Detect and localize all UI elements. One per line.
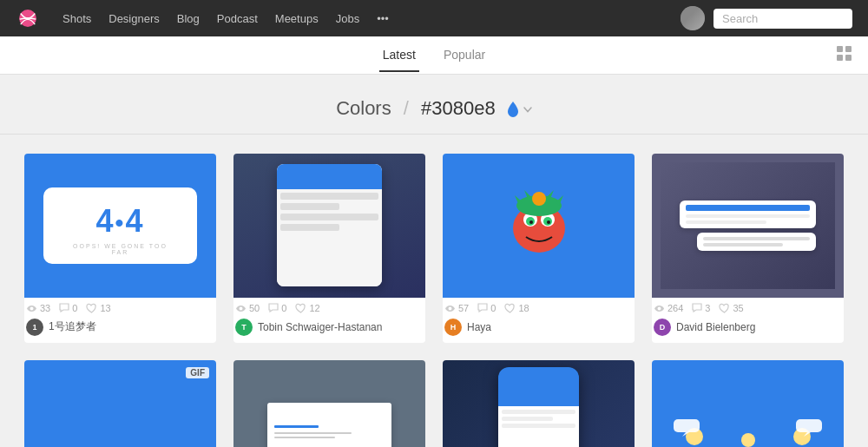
svg-point-11: [547, 220, 550, 224]
shot-thumb-inner: 4•4 OOPS! WE GONE TOO FAR: [24, 154, 216, 298]
chevron-down-icon: [523, 107, 532, 113]
shot-thumbnail[interactable]: [652, 154, 844, 298]
shot-thumbnail[interactable]: 4•4 OOPS! WE GONE TOO FAR: [24, 154, 216, 298]
view-count: 264: [654, 303, 683, 313]
shot-card[interactable]: 57 0 13 A Author 8: [652, 360, 844, 447]
comment-count: 0: [268, 303, 286, 313]
shot-stats: 57 0 18: [443, 298, 635, 315]
like-count: 18: [504, 303, 529, 313]
gif-badge: GIF: [186, 367, 209, 378]
author-avatar[interactable]: T: [235, 319, 253, 336]
comment-count: 3: [692, 303, 710, 313]
like-count: 13: [86, 303, 110, 313]
comment-count: 0: [59, 303, 77, 313]
svg-rect-4: [845, 55, 852, 61]
svg-rect-2: [845, 46, 852, 52]
author-avatar[interactable]: H: [444, 319, 462, 336]
color-hex-value: #3080e8: [421, 97, 496, 119]
color-swatch-button[interactable]: [506, 100, 532, 119]
author-name[interactable]: Tobin Schwaiger-Hastanan: [258, 321, 382, 333]
shot-thumb-inner: [233, 154, 425, 298]
view-count: 50: [235, 303, 260, 313]
nav-link-jobs[interactable]: Jobs: [329, 9, 366, 29]
shot-thumbnail[interactable]: [652, 360, 844, 447]
nav-link-podcast[interactable]: Podcast: [210, 9, 265, 29]
page-header: Colors / #3080e8: [0, 75, 868, 134]
view-count: 57: [444, 303, 469, 313]
shot-author-row: T Tobin Schwaiger-Hastanan: [233, 315, 425, 343]
shot-stats: 33 0 13: [24, 298, 216, 315]
nav-avatar[interactable]: [681, 6, 705, 30]
shot-card[interactable]: 57 0 18 H Haya: [443, 154, 635, 343]
shot-card[interactable]: 57 1 13 A Author 7: [443, 360, 635, 447]
svg-rect-1: [837, 46, 843, 52]
colors-label: Colors: [336, 97, 391, 119]
shot-thumbnail[interactable]: [233, 360, 425, 447]
shot-thumb-inner: [443, 154, 635, 298]
svg-point-29: [741, 433, 755, 447]
author-name[interactable]: 1号追梦者: [49, 319, 96, 334]
shot-author-row: 1 1号追梦者: [24, 315, 216, 343]
author-avatar[interactable]: D: [654, 319, 671, 336]
shot-thumbnail[interactable]: [443, 154, 635, 298]
navbar: Shots Designers Blog Podcast Meetups Job…: [0, 0, 868, 36]
svg-rect-33: [796, 419, 822, 432]
comment-count: 0: [477, 303, 496, 313]
svg-point-13: [532, 192, 546, 206]
author-name[interactable]: Haya: [467, 321, 491, 333]
search-input[interactable]: [713, 9, 852, 29]
tabs-bar: Latest Popular: [0, 36, 868, 75]
nav-link-shots[interactable]: Shots: [56, 9, 98, 29]
page-title: Colors / #3080e8: [0, 97, 868, 120]
shot-thumbnail[interactable]: GIF: [24, 360, 216, 447]
view-count: 33: [26, 303, 50, 313]
shot-stats: 50 0 12: [233, 298, 425, 315]
like-count: 35: [719, 303, 743, 313]
tab-popular[interactable]: Popular: [440, 39, 489, 72]
tabs-center: Latest Popular: [379, 39, 489, 72]
content-divider: [0, 134, 868, 135]
shot-card[interactable]: 98 0 20 A Author 6: [233, 360, 425, 447]
shot-thumbnail[interactable]: [443, 360, 635, 447]
shots-grid: 4•4 OOPS! WE GONE TOO FAR 33 0 13 1 1号追梦…: [9, 154, 859, 447]
like-count: 12: [295, 303, 319, 313]
nav-link-blog[interactable]: Blog: [170, 9, 207, 29]
nav-right: [681, 6, 852, 30]
tab-latest[interactable]: Latest: [379, 39, 419, 72]
svg-rect-31: [674, 419, 700, 432]
svg-rect-3: [837, 55, 843, 61]
shot-thumb-inner: [443, 360, 635, 447]
shot-thumb-inner: [233, 360, 425, 447]
nav-link-designers[interactable]: Designers: [102, 9, 167, 29]
shot-thumbnail[interactable]: [233, 154, 425, 298]
grid-toggle-button[interactable]: [837, 46, 852, 65]
svg-point-10: [529, 220, 533, 224]
shot-card[interactable]: 264 3 35 D David Bielenberg: [652, 154, 844, 343]
shot-author-row: D David Bielenberg: [652, 315, 844, 343]
nav-more-button[interactable]: •••: [370, 9, 396, 29]
author-name[interactable]: David Bielenberg: [676, 321, 755, 333]
nav-logo[interactable]: [16, 9, 40, 28]
nav-links: Shots Designers Blog Podcast Meetups Job…: [56, 9, 681, 29]
slash-separator: /: [404, 97, 409, 119]
shot-thumb-inner: [652, 360, 844, 447]
water-drop-icon: [506, 100, 520, 119]
shot-card[interactable]: GIF 969 7 69 A Author 5: [24, 360, 216, 447]
shot-thumb-inner: [652, 154, 844, 298]
shot-card[interactable]: 50 0 12 T Tobin Schwaiger-Hastanan: [233, 154, 425, 343]
shot-author-row: H Haya: [443, 315, 635, 343]
shot-card[interactable]: 4•4 OOPS! WE GONE TOO FAR 33 0 13 1 1号追梦…: [24, 154, 216, 343]
nav-link-meetups[interactable]: Meetups: [268, 9, 326, 29]
shot-stats: 264 3 35: [652, 298, 844, 315]
avatar-image: [681, 6, 705, 30]
author-avatar[interactable]: 1: [26, 319, 43, 336]
